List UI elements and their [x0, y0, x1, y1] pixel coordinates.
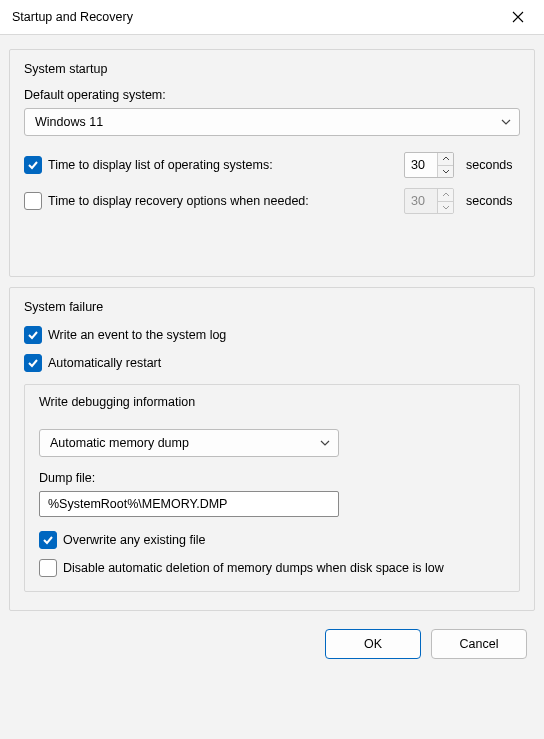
dump-type-value: Automatic memory dump: [50, 436, 189, 450]
chevron-down-icon: [501, 119, 511, 125]
display-recovery-value: 30: [405, 189, 437, 213]
overwrite-label[interactable]: Overwrite any existing file: [63, 533, 205, 547]
spinner-down-button[interactable]: [438, 166, 453, 178]
auto-restart-row: Automatically restart: [24, 354, 520, 372]
dump-file-label: Dump file:: [39, 471, 505, 485]
display-recovery-label[interactable]: Time to display recovery options when ne…: [48, 194, 348, 208]
chevron-up-icon: [442, 192, 450, 197]
close-button[interactable]: [502, 1, 534, 33]
overwrite-checkbox[interactable]: [39, 531, 57, 549]
spinner-up-button: [438, 189, 453, 202]
dialog-button-row: OK Cancel: [9, 621, 535, 659]
default-os-value: Windows 11: [35, 115, 103, 129]
display-os-list-row: Time to display list of operating system…: [24, 152, 520, 178]
check-icon: [27, 357, 39, 369]
spinner-down-button: [438, 202, 453, 214]
close-icon: [512, 11, 524, 23]
ok-button-label: OK: [364, 637, 382, 651]
chevron-up-icon: [442, 156, 450, 161]
dump-file-value: %SystemRoot%\MEMORY.DMP: [48, 497, 227, 511]
display-recovery-unit: seconds: [466, 194, 520, 208]
overwrite-row: Overwrite any existing file: [39, 531, 505, 549]
chevron-down-icon: [442, 205, 450, 210]
dump-type-dropdown[interactable]: Automatic memory dump: [39, 429, 339, 457]
display-recovery-checkbox[interactable]: [24, 192, 42, 210]
check-icon: [27, 159, 39, 171]
default-os-label: Default operating system:: [24, 88, 520, 102]
disable-auto-delete-checkbox[interactable]: [39, 559, 57, 577]
display-os-list-label[interactable]: Time to display list of operating system…: [48, 158, 348, 172]
system-failure-label: System failure: [24, 300, 520, 314]
display-recovery-spinner: 30: [404, 188, 454, 214]
check-icon: [42, 534, 54, 546]
display-os-list-value: 30: [405, 153, 437, 177]
display-recovery-row: Time to display recovery options when ne…: [24, 188, 520, 214]
system-failure-group: System failure Write an event to the sys…: [9, 287, 535, 611]
cancel-button[interactable]: Cancel: [431, 629, 527, 659]
auto-restart-label[interactable]: Automatically restart: [48, 356, 161, 370]
system-startup-label: System startup: [24, 62, 520, 76]
cancel-button-label: Cancel: [460, 637, 499, 651]
system-startup-group: System startup Default operating system:…: [9, 49, 535, 277]
default-os-dropdown[interactable]: Windows 11: [24, 108, 520, 136]
disable-auto-delete-label[interactable]: Disable automatic deletion of memory dum…: [63, 561, 505, 575]
display-os-list-unit: seconds: [466, 158, 520, 172]
auto-restart-checkbox[interactable]: [24, 354, 42, 372]
write-event-checkbox[interactable]: [24, 326, 42, 344]
chevron-down-icon: [320, 440, 330, 446]
ok-button[interactable]: OK: [325, 629, 421, 659]
debug-info-group: Write debugging information Automatic me…: [24, 384, 520, 592]
disable-auto-delete-row: Disable automatic deletion of memory dum…: [39, 559, 505, 577]
titlebar: Startup and Recovery: [0, 0, 544, 35]
dump-file-input[interactable]: %SystemRoot%\MEMORY.DMP: [39, 491, 339, 517]
chevron-down-icon: [442, 169, 450, 174]
display-os-list-spinner[interactable]: 30: [404, 152, 454, 178]
debug-info-label: Write debugging information: [39, 395, 505, 409]
spinner-up-button[interactable]: [438, 153, 453, 166]
write-event-row: Write an event to the system log: [24, 326, 520, 344]
display-os-list-checkbox[interactable]: [24, 156, 42, 174]
content-pane: System startup Default operating system:…: [0, 35, 544, 739]
check-icon: [27, 329, 39, 341]
window-title: Startup and Recovery: [12, 10, 502, 24]
write-event-label[interactable]: Write an event to the system log: [48, 328, 226, 342]
